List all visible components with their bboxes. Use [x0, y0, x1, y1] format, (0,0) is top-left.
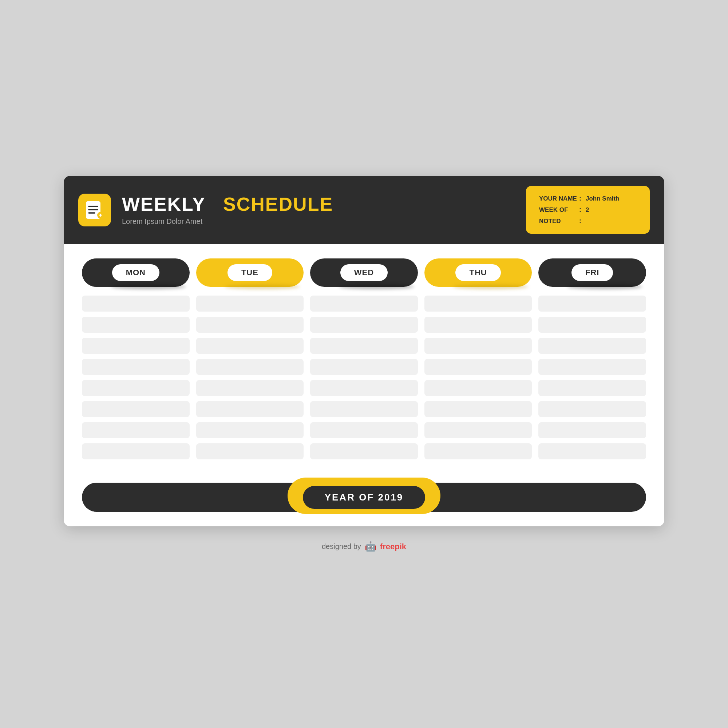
- title-weekly: WEEKLY: [122, 194, 205, 215]
- info-row-noted: NOTED :: [539, 217, 637, 225]
- day-column-fri: [538, 295, 646, 459]
- time-slot[interactable]: [82, 422, 190, 438]
- time-slot[interactable]: [538, 317, 646, 333]
- time-slot[interactable]: [424, 317, 532, 333]
- schedule-card: WEEKLY SCHEDULE Lorem Ipsum Dolor Amet Y…: [64, 176, 664, 526]
- designed-by-text: designed by: [322, 542, 361, 551]
- time-slot[interactable]: [82, 338, 190, 354]
- day-badge: THU: [424, 258, 532, 287]
- time-slot[interactable]: [82, 317, 190, 333]
- day-badge: FRI: [538, 258, 646, 287]
- day-label: WED: [340, 264, 388, 281]
- freepik-robot-icon: 🤖: [365, 541, 376, 552]
- title-schedule: SCHEDULE: [223, 194, 333, 215]
- time-slot[interactable]: [424, 295, 532, 312]
- time-slot[interactable]: [310, 295, 418, 312]
- time-slot[interactable]: [424, 422, 532, 438]
- time-slot[interactable]: [538, 295, 646, 312]
- time-slot[interactable]: [196, 338, 304, 354]
- days-row: MON TUE WED THU FRI: [82, 258, 646, 287]
- time-slot[interactable]: [196, 359, 304, 375]
- footer-bar: YEAR OF 2019: [82, 483, 646, 512]
- time-slot[interactable]: [310, 359, 418, 375]
- time-slot[interactable]: [538, 444, 646, 459]
- info-row-week: WEEK OF : 2: [539, 206, 637, 214]
- title-block: WEEKLY SCHEDULE Lorem Ipsum Dolor Amet: [122, 194, 511, 225]
- day-label: MON: [112, 264, 159, 281]
- day-column-wed: [310, 295, 418, 459]
- info-box: YOUR NAME : John Smith WEEK OF : 2 NOTED…: [526, 186, 650, 234]
- day-label: FRI: [572, 264, 613, 281]
- info-label-noted: NOTED: [539, 218, 579, 225]
- logo-icon: [78, 194, 111, 226]
- time-slot[interactable]: [82, 444, 190, 459]
- time-slot[interactable]: [310, 338, 418, 354]
- day-column-mon: [82, 295, 190, 459]
- info-label-week: WEEK OF: [539, 206, 579, 214]
- time-slot[interactable]: [196, 444, 304, 459]
- time-slot[interactable]: [196, 401, 304, 417]
- day-label: THU: [455, 264, 500, 281]
- day-cell-fri: FRI: [538, 258, 646, 287]
- day-cell-thu: THU: [424, 258, 532, 287]
- time-slot[interactable]: [82, 359, 190, 375]
- day-column-thu: [424, 295, 532, 459]
- day-cell-mon: MON: [82, 258, 190, 287]
- schedule-body: MON TUE WED THU FRI: [64, 244, 664, 459]
- footer-area: YEAR OF 2019: [64, 470, 664, 526]
- info-value-week: 2: [586, 206, 589, 214]
- day-cell-tue: TUE: [196, 258, 304, 287]
- day-label: TUE: [228, 264, 272, 281]
- time-slot[interactable]: [310, 444, 418, 459]
- day-badge: WED: [310, 258, 418, 287]
- info-label-name: YOUR NAME: [539, 195, 579, 202]
- time-slot[interactable]: [538, 338, 646, 354]
- time-slot[interactable]: [310, 380, 418, 396]
- time-slot[interactable]: [196, 295, 304, 312]
- time-slot[interactable]: [82, 401, 190, 417]
- time-slot[interactable]: [196, 422, 304, 438]
- day-cell-wed: WED: [310, 258, 418, 287]
- info-row-name: YOUR NAME : John Smith: [539, 195, 637, 202]
- time-slot[interactable]: [538, 359, 646, 375]
- time-slot[interactable]: [538, 422, 646, 438]
- day-badge: MON: [82, 258, 190, 287]
- day-column-tue: [196, 295, 304, 459]
- schedule-rows: [82, 295, 646, 459]
- time-slot[interactable]: [310, 422, 418, 438]
- time-slot[interactable]: [424, 401, 532, 417]
- header-subtitle: Lorem Ipsum Dolor Amet: [122, 217, 511, 226]
- footer-label: YEAR OF 2019: [303, 486, 425, 509]
- freepik-brand: freepik: [380, 542, 406, 551]
- time-slot[interactable]: [424, 444, 532, 459]
- time-slot[interactable]: [310, 317, 418, 333]
- time-slot[interactable]: [196, 380, 304, 396]
- time-slot[interactable]: [196, 317, 304, 333]
- time-slot[interactable]: [424, 380, 532, 396]
- header: WEEKLY SCHEDULE Lorem Ipsum Dolor Amet Y…: [64, 176, 664, 244]
- time-slot[interactable]: [310, 401, 418, 417]
- info-value-name: John Smith: [586, 195, 619, 202]
- time-slot[interactable]: [82, 380, 190, 396]
- time-slot[interactable]: [82, 295, 190, 312]
- time-slot[interactable]: [538, 380, 646, 396]
- freepik-footer: designed by 🤖 freepik: [322, 541, 406, 552]
- time-slot[interactable]: [424, 359, 532, 375]
- time-slot[interactable]: [424, 338, 532, 354]
- day-badge: TUE: [196, 258, 304, 287]
- time-slot[interactable]: [538, 401, 646, 417]
